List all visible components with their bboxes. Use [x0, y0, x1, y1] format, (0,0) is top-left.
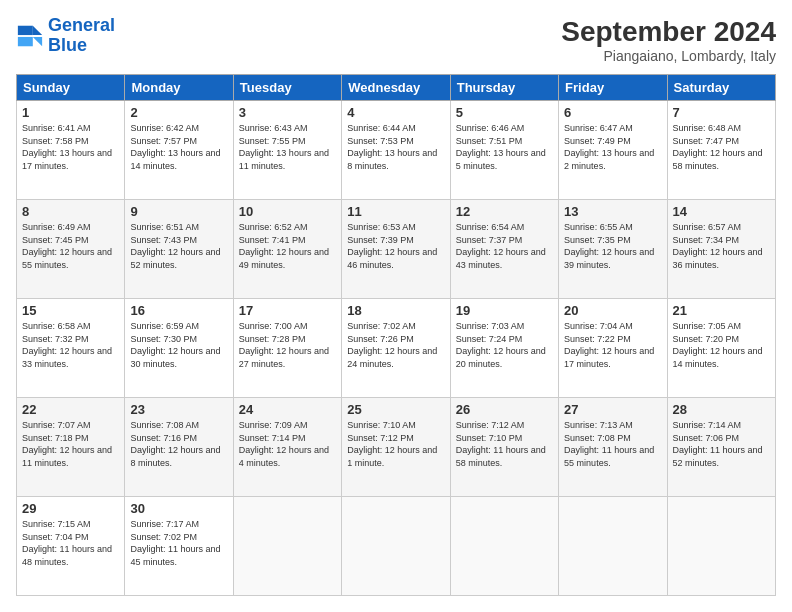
page: General Blue September 2024 Piangaiano, … [0, 0, 792, 612]
day-number: 26 [456, 402, 553, 417]
logo-text: General Blue [48, 16, 115, 56]
day-detail: Sunrise: 6:49 AM Sunset: 7:45 PM Dayligh… [22, 221, 119, 271]
day-number: 23 [130, 402, 227, 417]
table-row: 29 Sunrise: 7:15 AM Sunset: 7:04 PM Dayl… [17, 497, 125, 596]
table-row: 12 Sunrise: 6:54 AM Sunset: 7:37 PM Dayl… [450, 200, 558, 299]
table-row: 21 Sunrise: 7:05 AM Sunset: 7:20 PM Dayl… [667, 299, 775, 398]
day-detail: Sunrise: 7:08 AM Sunset: 7:16 PM Dayligh… [130, 419, 227, 469]
col-sunday: Sunday [17, 75, 125, 101]
day-detail: Sunrise: 6:55 AM Sunset: 7:35 PM Dayligh… [564, 221, 661, 271]
day-number: 7 [673, 105, 770, 120]
logo-line2: Blue [48, 35, 87, 55]
col-monday: Monday [125, 75, 233, 101]
week-row-4: 22 Sunrise: 7:07 AM Sunset: 7:18 PM Dayl… [17, 398, 776, 497]
day-number: 2 [130, 105, 227, 120]
day-number: 14 [673, 204, 770, 219]
day-number: 6 [564, 105, 661, 120]
table-row: 15 Sunrise: 6:58 AM Sunset: 7:32 PM Dayl… [17, 299, 125, 398]
day-detail: Sunrise: 7:09 AM Sunset: 7:14 PM Dayligh… [239, 419, 336, 469]
table-row: 28 Sunrise: 7:14 AM Sunset: 7:06 PM Dayl… [667, 398, 775, 497]
table-row [559, 497, 667, 596]
table-row: 18 Sunrise: 7:02 AM Sunset: 7:26 PM Dayl… [342, 299, 450, 398]
day-detail: Sunrise: 7:05 AM Sunset: 7:20 PM Dayligh… [673, 320, 770, 370]
day-number: 22 [22, 402, 119, 417]
table-row: 5 Sunrise: 6:46 AM Sunset: 7:51 PM Dayli… [450, 101, 558, 200]
day-number: 30 [130, 501, 227, 516]
table-row [667, 497, 775, 596]
day-number: 20 [564, 303, 661, 318]
table-row: 13 Sunrise: 6:55 AM Sunset: 7:35 PM Dayl… [559, 200, 667, 299]
day-detail: Sunrise: 7:03 AM Sunset: 7:24 PM Dayligh… [456, 320, 553, 370]
table-row [342, 497, 450, 596]
day-number: 15 [22, 303, 119, 318]
day-number: 24 [239, 402, 336, 417]
day-number: 16 [130, 303, 227, 318]
table-row: 11 Sunrise: 6:53 AM Sunset: 7:39 PM Dayl… [342, 200, 450, 299]
title-area: September 2024 Piangaiano, Lombardy, Ita… [561, 16, 776, 64]
day-number: 19 [456, 303, 553, 318]
table-row: 8 Sunrise: 6:49 AM Sunset: 7:45 PM Dayli… [17, 200, 125, 299]
week-row-5: 29 Sunrise: 7:15 AM Sunset: 7:04 PM Dayl… [17, 497, 776, 596]
day-detail: Sunrise: 6:58 AM Sunset: 7:32 PM Dayligh… [22, 320, 119, 370]
day-detail: Sunrise: 7:14 AM Sunset: 7:06 PM Dayligh… [673, 419, 770, 469]
table-row: 9 Sunrise: 6:51 AM Sunset: 7:43 PM Dayli… [125, 200, 233, 299]
logo-icon [16, 22, 44, 50]
day-number: 13 [564, 204, 661, 219]
logo: General Blue [16, 16, 115, 56]
day-detail: Sunrise: 6:53 AM Sunset: 7:39 PM Dayligh… [347, 221, 444, 271]
day-detail: Sunrise: 7:07 AM Sunset: 7:18 PM Dayligh… [22, 419, 119, 469]
day-number: 12 [456, 204, 553, 219]
day-detail: Sunrise: 7:15 AM Sunset: 7:04 PM Dayligh… [22, 518, 119, 568]
day-number: 4 [347, 105, 444, 120]
svg-rect-3 [18, 37, 33, 46]
table-row: 20 Sunrise: 7:04 AM Sunset: 7:22 PM Dayl… [559, 299, 667, 398]
col-thursday: Thursday [450, 75, 558, 101]
day-number: 11 [347, 204, 444, 219]
logo-line1: General [48, 15, 115, 35]
table-row: 26 Sunrise: 7:12 AM Sunset: 7:10 PM Dayl… [450, 398, 558, 497]
day-detail: Sunrise: 6:42 AM Sunset: 7:57 PM Dayligh… [130, 122, 227, 172]
day-number: 25 [347, 402, 444, 417]
table-row: 23 Sunrise: 7:08 AM Sunset: 7:16 PM Dayl… [125, 398, 233, 497]
svg-rect-1 [18, 26, 33, 35]
location: Piangaiano, Lombardy, Italy [561, 48, 776, 64]
day-number: 9 [130, 204, 227, 219]
week-row-1: 1 Sunrise: 6:41 AM Sunset: 7:58 PM Dayli… [17, 101, 776, 200]
table-row: 4 Sunrise: 6:44 AM Sunset: 7:53 PM Dayli… [342, 101, 450, 200]
day-detail: Sunrise: 7:13 AM Sunset: 7:08 PM Dayligh… [564, 419, 661, 469]
table-row: 16 Sunrise: 6:59 AM Sunset: 7:30 PM Dayl… [125, 299, 233, 398]
header-row: Sunday Monday Tuesday Wednesday Thursday… [17, 75, 776, 101]
table-row: 25 Sunrise: 7:10 AM Sunset: 7:12 PM Dayl… [342, 398, 450, 497]
table-row: 27 Sunrise: 7:13 AM Sunset: 7:08 PM Dayl… [559, 398, 667, 497]
col-saturday: Saturday [667, 75, 775, 101]
day-detail: Sunrise: 6:52 AM Sunset: 7:41 PM Dayligh… [239, 221, 336, 271]
day-detail: Sunrise: 6:46 AM Sunset: 7:51 PM Dayligh… [456, 122, 553, 172]
week-row-3: 15 Sunrise: 6:58 AM Sunset: 7:32 PM Dayl… [17, 299, 776, 398]
table-row: 10 Sunrise: 6:52 AM Sunset: 7:41 PM Dayl… [233, 200, 341, 299]
day-detail: Sunrise: 7:17 AM Sunset: 7:02 PM Dayligh… [130, 518, 227, 568]
day-detail: Sunrise: 6:51 AM Sunset: 7:43 PM Dayligh… [130, 221, 227, 271]
svg-marker-2 [33, 37, 42, 46]
table-row: 17 Sunrise: 7:00 AM Sunset: 7:28 PM Dayl… [233, 299, 341, 398]
table-row: 22 Sunrise: 7:07 AM Sunset: 7:18 PM Dayl… [17, 398, 125, 497]
table-row: 14 Sunrise: 6:57 AM Sunset: 7:34 PM Dayl… [667, 200, 775, 299]
week-row-2: 8 Sunrise: 6:49 AM Sunset: 7:45 PM Dayli… [17, 200, 776, 299]
day-number: 5 [456, 105, 553, 120]
day-number: 1 [22, 105, 119, 120]
day-detail: Sunrise: 6:44 AM Sunset: 7:53 PM Dayligh… [347, 122, 444, 172]
day-number: 28 [673, 402, 770, 417]
day-detail: Sunrise: 6:48 AM Sunset: 7:47 PM Dayligh… [673, 122, 770, 172]
day-number: 10 [239, 204, 336, 219]
day-detail: Sunrise: 6:47 AM Sunset: 7:49 PM Dayligh… [564, 122, 661, 172]
table-row: 6 Sunrise: 6:47 AM Sunset: 7:49 PM Dayli… [559, 101, 667, 200]
day-number: 3 [239, 105, 336, 120]
table-row [450, 497, 558, 596]
day-detail: Sunrise: 7:02 AM Sunset: 7:26 PM Dayligh… [347, 320, 444, 370]
day-detail: Sunrise: 6:41 AM Sunset: 7:58 PM Dayligh… [22, 122, 119, 172]
day-number: 8 [22, 204, 119, 219]
day-detail: Sunrise: 7:12 AM Sunset: 7:10 PM Dayligh… [456, 419, 553, 469]
table-row: 7 Sunrise: 6:48 AM Sunset: 7:47 PM Dayli… [667, 101, 775, 200]
table-row: 3 Sunrise: 6:43 AM Sunset: 7:55 PM Dayli… [233, 101, 341, 200]
header: General Blue September 2024 Piangaiano, … [16, 16, 776, 64]
col-tuesday: Tuesday [233, 75, 341, 101]
